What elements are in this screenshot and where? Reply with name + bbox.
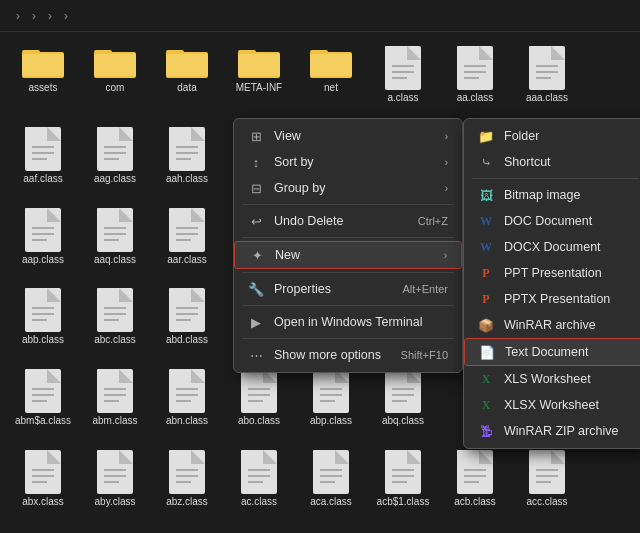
submenu-item-rar[interactable]: 📦WinRAR archive	[464, 312, 640, 338]
menu-item-sortby[interactable]: ↕Sort by›	[234, 149, 462, 175]
menu-item-new[interactable]: ✦New›	[234, 241, 462, 269]
menu-item-properties[interactable]: 🔧PropertiesAlt+Enter	[234, 276, 462, 302]
file-item[interactable]: abz.class	[152, 446, 222, 523]
folder-item[interactable]: com	[80, 42, 150, 119]
submenu-item-xlsx[interactable]: XXLSX Worksheet	[464, 392, 640, 418]
svg-rect-126	[169, 369, 191, 383]
file-icon	[241, 450, 277, 494]
file-item[interactable]: ac.class	[224, 446, 294, 523]
file-icon	[97, 208, 133, 252]
submenu-item-bitmap[interactable]: 🖼Bitmap image	[464, 182, 640, 208]
menu-item-view[interactable]: ⊞View›	[234, 123, 462, 149]
file-item[interactable]: aby.class	[80, 446, 150, 523]
file-item[interactable]: abd.class	[152, 284, 222, 361]
file-icon	[313, 450, 349, 494]
file-item[interactable]: aap.class	[8, 204, 78, 281]
file-label: com	[106, 82, 125, 94]
file-item[interactable]: aaa.class	[512, 42, 582, 119]
submenu-item-txt[interactable]: 📄Text Document	[464, 338, 640, 366]
file-item[interactable]: abo.class	[224, 365, 294, 442]
file-item[interactable]: abm$a.class	[8, 365, 78, 442]
file-label: aa.class	[457, 92, 494, 104]
submenu-item-shortcut[interactable]: ⤷Shortcut	[464, 149, 640, 175]
svg-rect-5	[94, 54, 136, 76]
file-item[interactable]: abn.class	[152, 365, 222, 442]
svg-rect-21	[457, 46, 479, 60]
submenu-item-docx[interactable]: WDOCX Document	[464, 234, 640, 260]
file-label: abm$a.class	[15, 415, 71, 427]
submenu-item-winzip[interactable]: 🗜WinRAR ZIP archive	[464, 418, 640, 444]
file-item[interactable]: acc.class	[512, 446, 582, 523]
menu-item-label: Group by	[274, 181, 429, 195]
file-icon	[169, 450, 205, 494]
properties-icon: 🔧	[248, 281, 264, 297]
submenu-item-doc[interactable]: WDOC Document	[464, 208, 640, 234]
submenu-item-label: WinRAR archive	[504, 318, 633, 332]
view-icon: ⊞	[248, 128, 264, 144]
svg-rect-36	[97, 127, 119, 141]
submenu-item-pptx[interactable]: PPPTX Presentation	[464, 286, 640, 312]
file-icon	[385, 46, 421, 90]
menu-item-label: Sort by	[274, 155, 429, 169]
submenu-item-ppt[interactable]: PPPT Presentation	[464, 260, 640, 286]
folder-icon	[238, 46, 280, 80]
menu-item-groupby[interactable]: ⊟Group by›	[234, 175, 462, 201]
submenu-item-xls[interactable]: XXLS Worksheet	[464, 366, 640, 392]
docx-icon: W	[478, 239, 494, 255]
file-item[interactable]: abp.class	[296, 365, 366, 442]
file-item[interactable]: abq.class	[368, 365, 438, 442]
file-item[interactable]: aca.class	[296, 446, 366, 523]
svg-rect-171	[241, 450, 263, 464]
file-item[interactable]: aar.class	[152, 204, 222, 281]
menu-item-more[interactable]: ⋯Show more optionsShift+F10	[234, 342, 462, 368]
menu-item-label: New	[275, 248, 428, 262]
txt-icon: 📄	[479, 344, 495, 360]
menu-divider	[242, 237, 454, 238]
menu-item-label: Undo Delete	[274, 214, 408, 228]
file-item[interactable]: acb$1.class	[368, 446, 438, 523]
xlsx-icon: X	[478, 397, 494, 413]
file-item[interactable]: aag.class	[80, 123, 150, 200]
menu-item-label: Open in Windows Terminal	[274, 315, 448, 329]
menu-item-terminal[interactable]: ▶Open in Windows Terminal	[234, 309, 462, 335]
file-label: aaa.class	[526, 92, 568, 104]
submenu-item-folder[interactable]: 📁Folder	[464, 123, 640, 149]
file-icon	[169, 208, 205, 252]
file-item[interactable]: aaf.class	[8, 123, 78, 200]
file-item[interactable]: acb.class	[440, 446, 510, 523]
file-label: aah.class	[166, 173, 208, 185]
submenu-item-label: Shortcut	[504, 155, 633, 169]
file-item[interactable]: aa.class	[440, 42, 510, 119]
file-item[interactable]: abc.class	[80, 284, 150, 361]
file-item[interactable]: abx.class	[8, 446, 78, 523]
folder-item[interactable]: net	[296, 42, 366, 119]
file-icon	[529, 46, 565, 90]
file-label: abp.class	[310, 415, 352, 427]
bitmap-icon: 🖼	[478, 187, 494, 203]
submenu-item-label: DOCX Document	[504, 240, 633, 254]
file-icon	[25, 208, 61, 252]
title-bar: › › › ›	[0, 0, 640, 32]
svg-rect-81	[97, 288, 119, 302]
file-item[interactable]: aaq.class	[80, 204, 150, 281]
file-item[interactable]: abm.class	[80, 365, 150, 442]
file-icon	[25, 450, 61, 494]
terminal-icon: ▶	[248, 314, 264, 330]
file-item[interactable]: aah.class	[152, 123, 222, 200]
menu-item-undo[interactable]: ↩Undo DeleteCtrl+Z	[234, 208, 462, 234]
svg-rect-121	[97, 369, 119, 383]
folder-item[interactable]: assets	[8, 42, 78, 119]
submenu-divider	[472, 178, 639, 179]
svg-rect-8	[166, 54, 208, 76]
file-item[interactable]: a.class	[368, 42, 438, 119]
file-item[interactable]: abb.class	[8, 284, 78, 361]
svg-rect-31	[25, 127, 47, 141]
breadcrumb: › › › ›	[10, 9, 70, 23]
file-item[interactable]	[584, 42, 640, 119]
file-label: aag.class	[94, 173, 136, 185]
folder-item[interactable]: META-INF	[224, 42, 294, 119]
menu-divider	[242, 305, 454, 306]
menu-divider	[242, 272, 454, 273]
folder-item[interactable]: data	[152, 42, 222, 119]
folder-icon	[166, 46, 208, 80]
